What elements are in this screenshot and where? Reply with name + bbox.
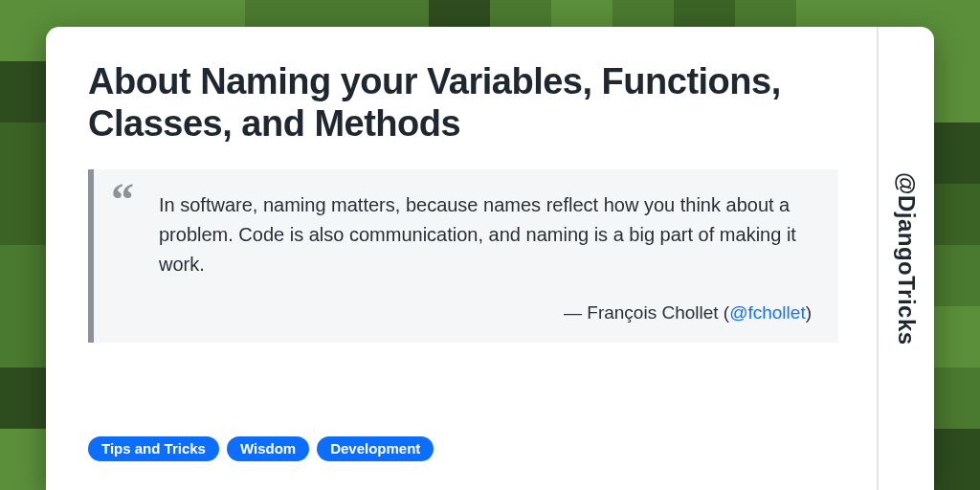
- quote-attribution: — François Chollet (@fchollet): [121, 302, 812, 323]
- author-name: — François Chollet (: [564, 302, 729, 323]
- main-column: About Naming your Variables, Functions, …: [46, 27, 877, 490]
- author-suffix: ): [806, 302, 812, 323]
- account-handle[interactable]: @DjangoTricks: [893, 172, 920, 345]
- tag-pill[interactable]: Wisdom: [227, 436, 309, 461]
- content-card: About Naming your Variables, Functions, …: [46, 27, 934, 490]
- tag-pill[interactable]: Development: [317, 436, 434, 461]
- quote-mark-icon: “: [111, 187, 130, 214]
- sidebar: @DjangoTricks: [877, 27, 934, 490]
- author-handle-link[interactable]: @fchollet: [729, 302, 806, 323]
- quote-text: In software, naming matters, because nam…: [159, 190, 812, 279]
- tag-pill[interactable]: Tips and Tricks: [88, 436, 219, 461]
- tag-row: Tips and Tricks Wisdom Development: [88, 436, 838, 461]
- page-title: About Naming your Variables, Functions, …: [88, 61, 838, 145]
- quote-block: “ In software, naming matters, because n…: [88, 169, 838, 343]
